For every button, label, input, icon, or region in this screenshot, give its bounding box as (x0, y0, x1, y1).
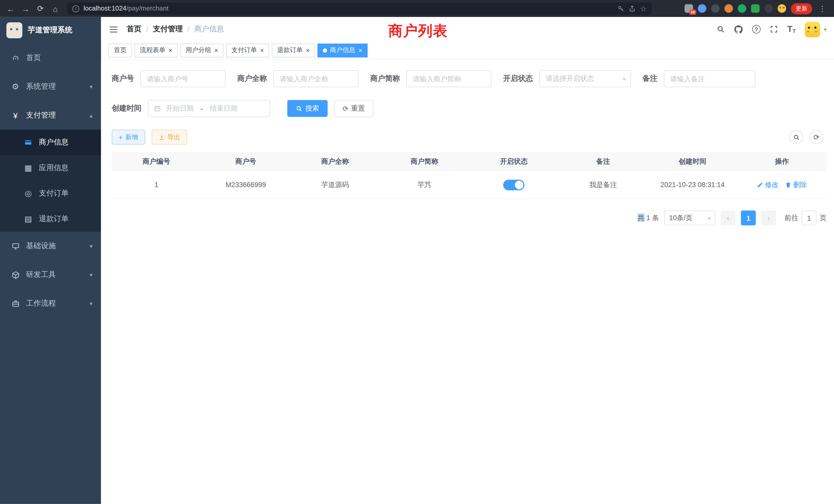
page-number-button[interactable]: 1 (741, 210, 756, 225)
filter-label: 备注 (642, 74, 657, 84)
browser-home-icon[interactable]: ⌂ (49, 2, 62, 15)
table-header-row: 商户编号 商户号 商户全称 商户简称 开启状态 备注 创建时间 操作 (112, 152, 827, 171)
sidebar-item-app-info[interactable]: ▦ 应用信息 (0, 155, 101, 181)
next-page-button[interactable]: › (761, 210, 776, 225)
filter-row-2: 创建时间 开始日期 - 结束日期 搜索 (112, 100, 827, 117)
browser-forward-icon[interactable]: → (19, 2, 32, 15)
reset-icon: ⟳ (343, 105, 348, 112)
remark-input[interactable] (664, 70, 755, 87)
page-size-select[interactable]: 10条/页 ▾ (664, 210, 716, 225)
password-key-icon[interactable] (618, 5, 625, 12)
browser-menu-icon[interactable]: ⋮ (817, 4, 828, 13)
column-header: 商户号 (201, 157, 290, 166)
extension-green-doc-icon[interactable] (751, 4, 760, 13)
tab-close-icon[interactable]: × (168, 47, 173, 53)
app-title: 芋道管理系统 (28, 25, 72, 35)
tab-close-icon[interactable]: × (358, 47, 362, 53)
edit-link[interactable]: 修改 (757, 180, 779, 189)
tabs-bar: 首页 流程表单 × 用户分组 × 支付订单 × 退款订单 × (101, 42, 834, 60)
status-toggle[interactable] (503, 179, 525, 190)
bookmark-star-icon[interactable]: ☆ (640, 4, 647, 13)
avatar-caret-icon[interactable]: ▾ (824, 26, 827, 32)
font-size-icon[interactable]: TT (787, 24, 796, 34)
tab-home[interactable]: 首页 (109, 43, 132, 57)
sidebar-item-payment[interactable]: ¥ 支付管理 ▴ (0, 101, 101, 130)
column-header: 商户简称 (380, 157, 469, 166)
sidebar-item-devtools[interactable]: 研发工具 ▾ (0, 260, 101, 289)
tab-label: 商户信息 (330, 46, 355, 55)
export-button[interactable]: 导出 (152, 130, 187, 144)
date-range-picker[interactable]: 开始日期 - 结束日期 (148, 100, 270, 117)
search-icon[interactable] (717, 25, 725, 33)
browser-profile-icon[interactable] (764, 4, 773, 13)
user-avatar[interactable] (805, 22, 820, 37)
reset-button[interactable]: ⟳ 重置 (334, 100, 373, 117)
edit-link-label: 修改 (765, 180, 779, 189)
delete-link[interactable]: 删除 (785, 180, 807, 189)
tab-close-icon[interactable]: × (214, 47, 218, 53)
filter-status: 开启状态 请选择开启状态 ▾ (503, 70, 631, 87)
browser-back-icon[interactable]: ← (4, 2, 17, 15)
tab-refund-order[interactable]: 退款订单 × (272, 43, 315, 57)
help-icon[interactable]: ? (752, 25, 761, 33)
extension-green-circle-icon[interactable] (738, 4, 746, 13)
dashboard-icon (9, 54, 21, 62)
start-date-placeholder: 开始日期 (166, 104, 194, 113)
merchant-short-name-input[interactable] (407, 70, 491, 87)
target-icon: ◎ (22, 189, 34, 198)
sidebar-item-infrastructure[interactable]: 基础设施 ▾ (0, 232, 101, 260)
cell-created-time: 2021-10-23 08:31:14 (648, 181, 737, 189)
toggle-search-icon[interactable] (789, 130, 803, 144)
share-icon[interactable] (629, 5, 636, 12)
yen-icon: ¥ (9, 111, 21, 120)
sidebar-item-home[interactable]: 首页 (0, 44, 101, 72)
sidebar-item-system[interactable]: ⚙ 系统管理 ▾ (0, 72, 101, 101)
tab-user-group[interactable]: 用户分组 × (180, 43, 223, 57)
delete-link-label: 删除 (793, 180, 807, 189)
calendar-icon (154, 105, 161, 112)
screenshot-root: ← → ⟳ ⌂ i localhost:1024/pay/merchant ☆ … (0, 0, 834, 504)
tab-pay-order[interactable]: 支付订单 × (226, 43, 269, 57)
chevron-down-icon: ▾ (708, 215, 710, 221)
tab-close-icon[interactable]: × (305, 47, 310, 53)
chevron-up-icon: ▴ (90, 112, 92, 119)
extension-smiley-icon[interactable] (777, 4, 786, 13)
chevron-down-icon: ▾ (90, 83, 92, 90)
sidebar-item-pay-order[interactable]: ◎ 支付订单 (0, 181, 101, 206)
search-button[interactable]: 搜索 (287, 100, 328, 117)
browser-update-button[interactable]: 更新 (791, 3, 812, 14)
extension-avatar-icon[interactable] (724, 4, 733, 13)
prev-page-button[interactable]: ‹ (721, 210, 736, 225)
status-select[interactable]: 请选择开启状态 ▾ (539, 70, 631, 87)
page-content: 商户号 商户全称 商户简称 开启状态 请选择开启状态 (101, 60, 834, 504)
hamburger-icon[interactable] (109, 24, 118, 34)
app-root: 芋道管理系统 首页 ⚙ 系统管理 ▾ ¥ 支付管理 ▴ (0, 17, 834, 504)
app-logo[interactable]: 芋道管理系统 (0, 17, 101, 44)
extension-blue-icon[interactable] (698, 4, 706, 13)
goto-page-input[interactable] (802, 210, 816, 225)
page-info-icon[interactable]: i (72, 5, 79, 12)
refresh-table-icon[interactable]: ⟳ (810, 130, 824, 144)
tab-process-form[interactable]: 流程表单 × (135, 43, 178, 57)
cell-remark: 我是备注 (558, 180, 648, 189)
sidebar-item-merchant-info[interactable]: 商户信息 (0, 130, 101, 155)
tab-close-icon[interactable]: × (260, 47, 264, 53)
tab-merchant-info[interactable]: 商户信息 × (317, 43, 368, 57)
fullscreen-icon[interactable] (770, 25, 778, 33)
goto-label: 前往 (785, 213, 798, 223)
merchant-no-input[interactable] (140, 70, 225, 87)
merchant-full-name-input[interactable] (273, 70, 358, 87)
breadcrumb-item[interactable]: 首页 (127, 24, 141, 34)
extension-dark-icon[interactable] (711, 4, 720, 13)
breadcrumb: 首页 / 支付管理 / 商户信息 (127, 24, 224, 34)
address-bar[interactable]: i localhost:1024/pay/merchant ☆ (67, 2, 652, 15)
extension-puzzle-icon[interactable]: 10 (684, 4, 693, 13)
breadcrumb-item[interactable]: 支付管理 (153, 24, 183, 34)
sidebar-item-refund-order[interactable]: ▤ 退款订单 (0, 206, 101, 232)
add-button[interactable]: + 新增 (112, 130, 145, 144)
github-icon[interactable] (734, 25, 743, 33)
date-range-separator: - (198, 105, 205, 112)
browser-reload-icon[interactable]: ⟳ (34, 2, 47, 15)
sidebar-item-workflow[interactable]: 工作流程 ▾ (0, 289, 101, 318)
active-tab-dot (323, 48, 327, 52)
